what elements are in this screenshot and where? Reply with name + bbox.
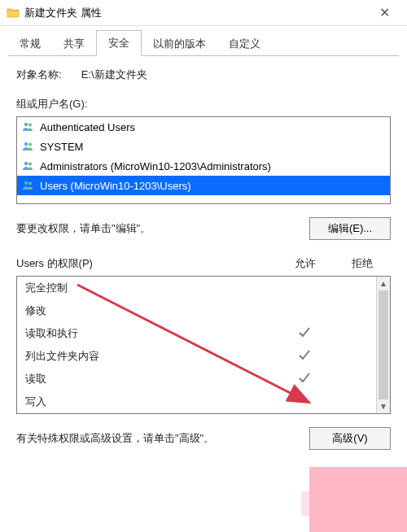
permissions-title: Users 的权限(P)	[16, 256, 93, 271]
check-icon	[297, 347, 312, 362]
edit-row: 要更改权限，请单击"编辑"。 编辑(E)...	[16, 217, 391, 240]
tab-previous-versions[interactable]: 以前的版本	[142, 32, 217, 56]
allow-cell	[276, 370, 333, 388]
svg-point-4	[24, 162, 28, 165]
object-name-value: E:\新建文件夹	[81, 68, 147, 82]
users-group-icon	[22, 140, 35, 153]
permission-name: 读取	[25, 372, 276, 386]
check-icon	[297, 325, 312, 339]
permission-name: 列出文件夹内容	[25, 349, 276, 364]
security-panel: 对象名称: E:\新建文件夹 组或用户名(G): Authenticated U…	[0, 56, 407, 450]
col-deny: 拒绝	[334, 256, 391, 271]
permission-row[interactable]: 完全控制	[17, 277, 390, 299]
users-group-icon	[22, 179, 35, 192]
object-name-row: 对象名称: E:\新建文件夹	[16, 68, 391, 82]
window-title: 新建文件夹 属性	[24, 6, 368, 20]
permission-name: 修改	[25, 303, 276, 318]
permission-name: 写入	[25, 395, 276, 409]
scroll-up-icon[interactable]: ▲	[377, 277, 390, 290]
permission-row[interactable]: 写入	[17, 390, 390, 413]
tab-general[interactable]: 常规	[8, 32, 52, 56]
permission-name: 完全控制	[25, 281, 276, 295]
permissions-header: Users 的权限(P) 允许 拒绝	[16, 256, 391, 271]
svg-point-5	[28, 163, 32, 166]
permission-row[interactable]: 读取和执行	[17, 322, 390, 345]
check-icon	[297, 370, 312, 385]
object-name-label: 对象名称:	[16, 68, 62, 82]
permission-row[interactable]: 修改	[17, 299, 390, 322]
permission-row[interactable]: 读取	[17, 368, 390, 390]
allow-cell	[276, 325, 333, 342]
tab-security[interactable]: 安全	[96, 30, 142, 56]
scroll-down-icon[interactable]: ▼	[377, 399, 390, 413]
svg-point-6	[24, 181, 28, 185]
svg-point-1	[28, 124, 32, 127]
list-item[interactable]: SYSTEM	[17, 137, 390, 156]
advanced-row: 有关特殊权限或高级设置，请单击"高级"。 高级(V)	[16, 427, 391, 450]
users-group-icon	[22, 120, 35, 133]
list-item-label: Users (MicroWin10-1203\Users)	[40, 180, 191, 192]
svg-point-0	[24, 123, 28, 126]
group-users-listbox[interactable]: Authenticated UsersSYSTEMAdministrators …	[16, 116, 391, 204]
advanced-hint: 有关特殊权限或高级设置，请单击"高级"。	[16, 431, 214, 446]
watermark-block	[309, 467, 407, 532]
permission-row[interactable]: 列出文件夹内容	[17, 345, 390, 368]
list-item-label: Authenticated Users	[40, 121, 135, 133]
folder-icon	[7, 7, 20, 20]
list-item[interactable]: Administrators (MicroWin10-1203\Administ…	[17, 156, 390, 176]
titlebar: 新建文件夹 属性 ✕	[0, 0, 407, 26]
col-allow: 允许	[277, 256, 334, 271]
list-item[interactable]: Users (MicroWin10-1203\Users)	[17, 176, 390, 195]
scroll-thumb[interactable]	[379, 290, 388, 399]
edit-button[interactable]: 编辑(E)...	[309, 217, 391, 240]
edit-hint: 要更改权限，请单击"编辑"。	[16, 221, 151, 236]
allow-cell	[276, 347, 333, 365]
list-item[interactable]: Authenticated Users	[17, 117, 390, 137]
svg-point-7	[28, 182, 32, 185]
tab-strip: 常规 共享 安全 以前的版本 自定义	[0, 26, 407, 55]
list-item-label: Administrators (MicroWin10-1203\Administ…	[40, 160, 271, 172]
permissions-listbox[interactable]: 完全控制修改读取和执行列出文件夹内容读取写入 ▲ ▼	[16, 276, 391, 414]
users-group-icon	[22, 159, 35, 172]
close-icon[interactable]: ✕	[368, 5, 400, 20]
permission-name: 读取和执行	[25, 326, 276, 341]
tab-sharing[interactable]: 共享	[52, 32, 96, 56]
scrollbar[interactable]: ▲ ▼	[376, 277, 390, 413]
advanced-button[interactable]: 高级(V)	[309, 427, 391, 450]
list-item-label: SYSTEM	[40, 141, 83, 153]
tab-customize[interactable]: 自定义	[217, 32, 272, 56]
svg-point-3	[28, 143, 32, 146]
svg-point-2	[24, 142, 28, 146]
group-users-label: 组或用户名(G):	[16, 97, 391, 111]
